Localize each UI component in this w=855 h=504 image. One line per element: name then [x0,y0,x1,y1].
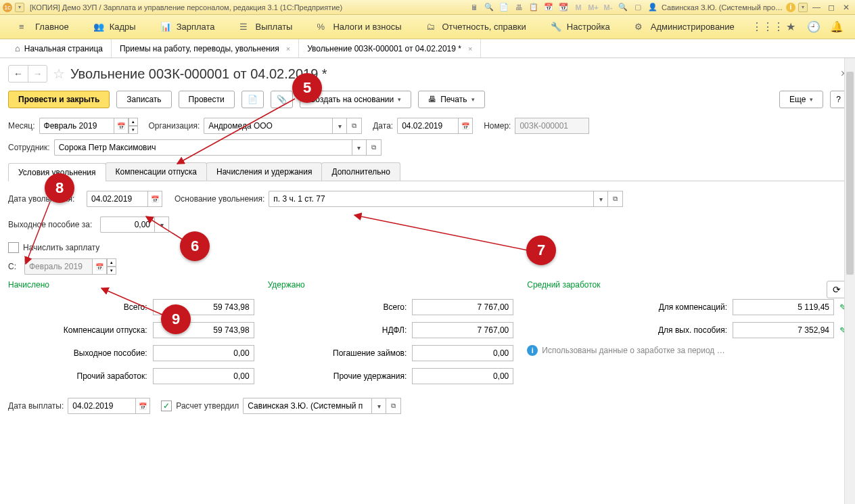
bell-icon[interactable]: 🔔 [828,18,846,36]
nav-payments[interactable]: ☰Выплаты [227,15,305,39]
m-minus-icon[interactable]: M- [603,2,614,13]
history-icon[interactable]: 🕘 [805,18,823,36]
dropdown-icon[interactable]: ▾ [154,216,169,233]
people-icon: 👥 [93,22,104,32]
apps-grid-icon[interactable]: ⋮⋮⋮ [759,18,777,36]
withheld-ndfl-label: НДФЛ: [268,325,407,335]
withheld-ndfl-input[interactable] [412,322,513,338]
document-icon-button[interactable]: 📄 [241,91,264,108]
info-dropdown[interactable]: ▾ [798,3,808,12]
tab-dismissal[interactable]: Увольнение 00ЗК-000001 от 04.02.2019 *× [299,39,481,58]
annotation-marker-5: 5 [292,73,322,103]
info-blue-icon[interactable]: i [527,345,538,356]
approver-input[interactable] [243,398,371,414]
withheld-other-input[interactable] [412,368,513,384]
nav-reports[interactable]: 🗂Отчетность, справки [414,15,538,39]
nav-personnel[interactable]: 👥Кадры [81,15,148,39]
calendar-icon[interactable]: 📅 [147,191,162,207]
toolbar-icon-5[interactable]: 📋 [528,2,539,13]
accrue-salary-checkbox[interactable] [8,242,19,253]
maximize-button[interactable]: ◻ [826,3,837,12]
annotation-marker-9: 9 [161,304,191,334]
withheld-loan-input[interactable] [412,345,513,361]
chevron-down-icon: ▾ [810,96,813,103]
wrench-icon: 🔧 [551,22,561,32]
subtab-accruals[interactable]: Начисления и удержания [206,162,322,181]
minimize-button[interactable]: — [811,3,822,12]
back-button[interactable]: ← [9,66,28,82]
attach-button[interactable]: 📎 [271,91,293,108]
tab-close-icon[interactable]: × [286,45,290,53]
toolbar-icon-2[interactable]: 🔍 [484,2,494,13]
approved-checkbox[interactable]: ✓ [161,400,172,411]
favorite-star-icon[interactable]: ★ [782,18,800,36]
nav-taxes[interactable]: %Налоги и взносы [304,15,413,39]
tab-home-label: Начальная страница [24,44,103,53]
calendar-icon[interactable]: 📅 [114,118,129,134]
post-button[interactable]: Провести [179,91,235,108]
accrued-sev-label: Выходное пособие: [8,348,147,358]
tab-home[interactable]: ⌂Начальная страница [7,39,112,58]
nav-settings[interactable]: 🔧Настройка [538,15,622,39]
severance-group: ▾ [100,216,169,233]
nav-main[interactable]: ≡Главное [7,15,81,39]
org-input[interactable] [204,118,332,134]
nav-salary[interactable]: 📊Зарплата [148,15,227,39]
toolbar-calendar-icon[interactable]: 📅 [543,2,554,13]
scrollbar-thumb[interactable] [846,72,854,275]
totals-section: Начислено Всего: Компенсации отпуска: Вы… [8,280,847,391]
nav-admin[interactable]: ⚙Администрирование [622,15,747,39]
subtab-vacation-comp[interactable]: Компенсации отпуска [106,162,207,181]
save-button[interactable]: Записать [116,91,171,108]
reason-input[interactable] [269,191,593,207]
toolbar-help-icon[interactable]: 🔍 [618,2,628,13]
date-input[interactable] [397,118,458,134]
vertical-scrollbar[interactable] [844,58,855,504]
dropdown-icon[interactable]: ▾ [352,139,367,156]
open-icon[interactable]: ⧉ [347,118,362,134]
from-label: С: [8,262,20,271]
toolbar-cfg-icon[interactable]: ▢ [632,2,643,13]
severance-input[interactable] [100,216,154,233]
calendar-icon[interactable]: 📅 [458,118,473,134]
dropdown-icon[interactable]: ▾ [593,191,608,207]
open-icon[interactable]: ⧉ [386,398,401,414]
employee-input-group: ▾ ⧉ [54,139,382,156]
dropdown-icon[interactable]: ▾ [332,118,347,134]
toolbar-print-icon[interactable]: 🖶 [513,2,524,13]
app-menu-dropdown[interactable]: ▾ [15,3,24,12]
tab-close-icon[interactable]: × [468,45,472,53]
month-spin[interactable]: ▴▾ [129,118,138,134]
calendar-icon[interactable]: 📅 [135,398,150,414]
toolbar-icon-3[interactable]: 📄 [499,2,509,13]
toolbar-calendar2-icon[interactable]: 📆 [558,2,569,13]
post-and-close-button[interactable]: Провести и закрыть [8,91,110,108]
more-button[interactable]: Еще▾ [779,91,823,108]
withheld-total-input[interactable] [412,299,513,315]
employee-input[interactable] [54,139,352,156]
avg-comp-input[interactable] [733,299,834,315]
print-label: Печать [440,95,467,104]
subtab-additional[interactable]: Дополнительно [321,162,400,181]
toolbar-icon-1[interactable]: 🖩 [469,2,480,13]
m-plus-icon[interactable]: M+ [588,2,599,13]
favorite-toggle-icon[interactable]: ☆ [53,66,65,82]
info-icon[interactable]: i [786,3,795,12]
print-button[interactable]: 🖶Печать▾ [418,91,484,108]
calendar-icon[interactable]: 📅 [92,258,107,275]
from-spin[interactable]: ▴▾ [107,258,116,275]
dismissal-date-input[interactable] [87,191,147,207]
m-icon[interactable]: M [573,2,584,13]
dropdown-icon[interactable]: ▾ [371,398,386,414]
close-window-button[interactable]: ✕ [841,3,852,12]
tab-hiring[interactable]: Приемы на работу, переводы, увольнения× [112,39,299,58]
accrued-sev-input[interactable] [153,345,254,361]
open-icon[interactable]: ⧉ [367,139,382,156]
user-name[interactable]: Савинская З.Ю. (Системный прог… [662,3,783,12]
paydate-input[interactable] [68,398,135,414]
open-icon[interactable]: ⧉ [608,191,623,207]
accrued-other-input[interactable] [153,368,254,384]
forward-button[interactable]: → [28,66,47,82]
avg-sev-input[interactable] [733,322,834,338]
month-input[interactable] [39,118,114,134]
